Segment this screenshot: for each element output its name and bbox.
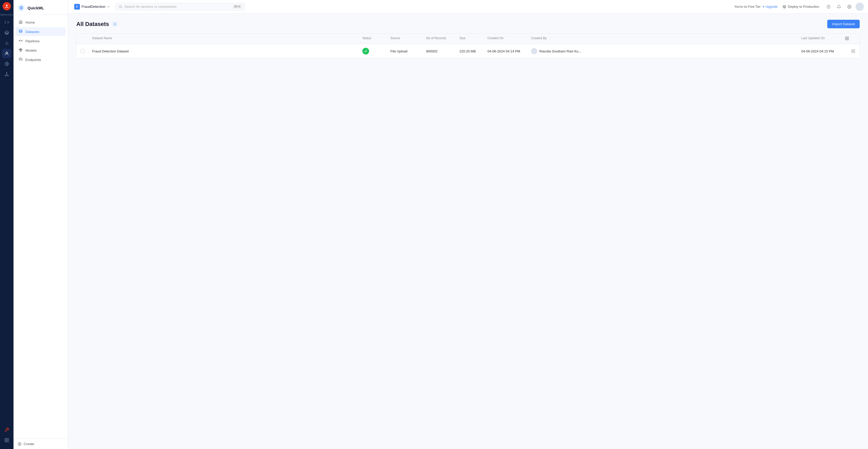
endpoints-icon: [18, 57, 23, 62]
rail-icon-code[interactable]: [2, 18, 11, 27]
tier-info: You're on Free Tier ✦ Upgrade: [734, 5, 778, 8]
sidebar-item-endpoints[interactable]: Endpoints: [16, 55, 66, 64]
notifications-button[interactable]: [835, 3, 843, 11]
page-title-text: All Datasets: [76, 21, 109, 28]
row-updated-on: 04-06-2024 04:15 PM: [801, 49, 843, 53]
row-checkbox[interactable]: [81, 49, 90, 53]
datasets-label: Datasets: [25, 30, 39, 34]
search-placeholder: Search for services or components: [124, 5, 177, 8]
svg-rect-7: [5, 438, 6, 440]
svg-point-27: [20, 58, 21, 58]
th-name: Dataset Name: [92, 36, 360, 41]
row-records: 800002: [426, 49, 457, 53]
svg-point-2: [6, 52, 7, 54]
svg-rect-17: [21, 49, 22, 50]
svg-point-34: [119, 5, 122, 7]
topbar-actions: [825, 3, 864, 11]
svg-point-24: [19, 58, 20, 59]
row-actions[interactable]: [845, 49, 855, 53]
deploy-to-production-button[interactable]: Deploy to Production: [780, 4, 821, 10]
search-icon: [119, 5, 122, 8]
rail-icon-network[interactable]: [2, 69, 11, 79]
sidebar-item-home[interactable]: Home: [16, 18, 66, 27]
svg-rect-10: [7, 441, 8, 442]
project-badge: F: [74, 4, 80, 10]
svg-point-4: [6, 72, 7, 73]
row-created-by: Ravutla Goutham Ravi Ku...: [531, 48, 799, 54]
row-size: 220.25 MB: [459, 49, 486, 53]
th-created-on: Created On: [488, 36, 529, 41]
tier-text: You're on Free Tier: [734, 5, 761, 8]
sidebar-item-models[interactable]: Models: [16, 46, 66, 55]
sidebar-title: QuickML: [28, 6, 44, 10]
deploy-icon: [783, 5, 786, 8]
th-size: Size: [459, 36, 486, 41]
app-logo[interactable]: [3, 2, 11, 10]
table-row: Fraud Detection Dataset File Upload 8000…: [76, 44, 860, 58]
rail-icon-grid[interactable]: [2, 436, 11, 445]
icon-rail: Services: [0, 0, 13, 449]
th-updated-on: Last Updated On: [801, 36, 843, 41]
rail-icon-tools[interactable]: [2, 425, 11, 435]
user-avatar[interactable]: [856, 3, 864, 11]
row-source: File Upload: [391, 49, 424, 53]
svg-point-37: [829, 7, 829, 8]
create-button[interactable]: Create: [18, 442, 64, 446]
deploy-label: Deploy to Production: [788, 5, 819, 8]
rail-icon-person[interactable]: [2, 49, 11, 58]
svg-point-12: [21, 7, 22, 8]
home-label: Home: [25, 21, 35, 24]
th-records: No of Records: [426, 36, 457, 41]
upgrade-button[interactable]: ✦ Upgrade: [762, 5, 777, 8]
svg-point-30: [22, 59, 22, 60]
sidebar-nav: Home Datasets Pipelines Models Endpoints: [13, 15, 68, 439]
row-created-on: 04-06-2024 04:14 PM: [488, 49, 529, 53]
sidebar-item-pipelines[interactable]: Pipelines: [16, 37, 66, 45]
svg-rect-18: [20, 48, 21, 49]
project-name: FraudDetection: [82, 5, 105, 8]
status-active-icon: [362, 48, 369, 55]
rail-icon-globe[interactable]: [2, 59, 11, 68]
row-status: [362, 48, 388, 55]
topbar: F FraudDetection Search for services or …: [68, 0, 868, 13]
project-dropdown-icon: [107, 5, 110, 8]
sidebar-item-datasets[interactable]: Datasets: [16, 27, 66, 36]
svg-rect-45: [851, 52, 853, 53]
creator-avatar: [531, 48, 537, 54]
models-icon: [18, 48, 23, 53]
svg-rect-19: [20, 51, 21, 52]
pipelines-icon: [18, 39, 23, 43]
rail-icon-chart[interactable]: [2, 38, 11, 48]
sidebar: QuickML Home Datasets Pipelines Models: [13, 0, 68, 449]
import-dataset-button[interactable]: Import Dataset: [827, 20, 860, 28]
svg-rect-8: [7, 438, 8, 440]
svg-point-15: [19, 30, 22, 31]
pipelines-label: Pipelines: [25, 39, 40, 43]
rail-section-label: Services: [0, 13, 13, 16]
page-title: All Datasets 1: [76, 21, 118, 28]
creator-name: Ravutla Goutham Ravi Ku...: [539, 49, 581, 53]
th-created-by: Created By: [531, 36, 799, 41]
datasets-table: Dataset Name Status Source No of Records…: [76, 33, 860, 59]
th-actions: [845, 36, 855, 41]
svg-point-0: [6, 5, 7, 6]
sidebar-footer: Create: [13, 439, 68, 449]
th-checkbox: [81, 36, 90, 41]
sidebar-header: QuickML: [13, 0, 68, 15]
content-header: All Datasets 1 Import Dataset: [76, 20, 860, 28]
sidebar-logo-icon: [18, 4, 25, 11]
project-selector[interactable]: F FraudDetection: [72, 3, 112, 11]
row-dataset-name[interactable]: Fraud Detection Dataset: [92, 49, 360, 53]
rail-icon-layers[interactable]: [2, 28, 11, 37]
home-icon: [18, 20, 23, 25]
settings-button[interactable]: [845, 3, 854, 11]
endpoints-label: Endpoints: [25, 58, 41, 62]
search-bar[interactable]: Search for services or components ⌘+K: [115, 3, 245, 10]
help-button[interactable]: [825, 3, 833, 11]
table-header: Dataset Name Status Source No of Records…: [76, 34, 860, 44]
svg-rect-16: [19, 49, 20, 50]
svg-rect-39: [845, 37, 847, 38]
th-status: Status: [362, 36, 388, 41]
th-source: Source: [391, 36, 424, 41]
models-label: Models: [25, 49, 37, 53]
